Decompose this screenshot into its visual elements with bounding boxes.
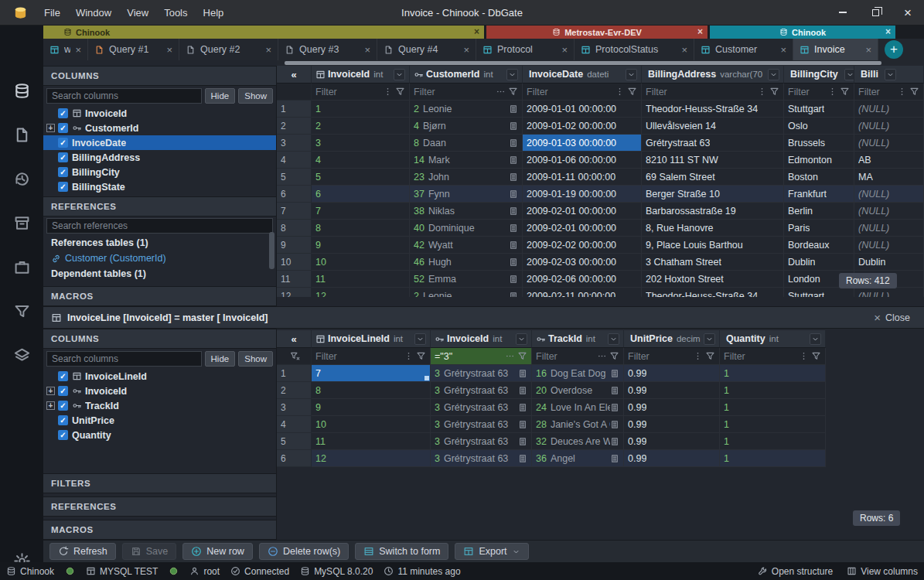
row-number[interactable]: 5 [277,433,312,450]
filters-section-header[interactable]: FILTERS [43,473,276,493]
filter-billingcity[interactable]: Filter [784,84,854,101]
group-close-icon[interactable]: × [885,26,891,39]
row-number[interactable]: 8 [277,220,312,237]
cell-customerid[interactable]: 2Leonie [410,288,523,297]
cell-billingaddress[interactable]: 202 Hoxton Street [642,271,784,288]
column-item-invoiceid[interactable]: ✓InvoiceId [43,106,276,121]
column-menu-button[interactable] [608,333,619,345]
cell-invoicedate[interactable]: 2009-02-02 00:00:00 [523,237,642,254]
cell-billingaddress[interactable]: 3 Chatham Street [642,254,784,271]
column-header-customerid[interactable]: CustomerIdint [410,66,523,84]
tab-close-icon[interactable]: × [364,44,370,56]
checkbox[interactable]: ✓ [58,123,68,133]
tab-customer[interactable]: Customer× [694,39,793,60]
column-header-invoicedate[interactable]: InvoiceDatedateti [523,66,642,84]
cell-billingaddress[interactable]: Berger Straße 10 [642,186,784,203]
detail-macros-section-header[interactable]: MACROS [43,520,276,540]
cell-invoiceid[interactable]: 3Grétrystraat 63 [431,399,532,416]
column-header-invoiceid[interactable]: InvoiceIdint [312,66,410,84]
status-open-structure[interactable]: Open structure [758,566,833,577]
cell-unitprice[interactable]: 0.99 [624,399,720,416]
row-number[interactable]: 6 [277,450,312,467]
cell-billingcity[interactable]: Oslo [784,118,854,135]
column-item-invoicedate[interactable]: ✓InvoiceDate [43,135,276,150]
cell-billingstate[interactable]: (NULL) [854,203,924,220]
row-number[interactable]: 1 [277,101,312,118]
column-header-invoicelineid[interactable]: InvoiceLineIdint [312,330,431,348]
tab-close-icon[interactable]: × [166,44,172,56]
panel-scrollbar-thumb[interactable] [269,232,274,269]
cell-billingstate[interactable]: (NULL) [854,237,924,254]
checkbox[interactable]: ✓ [58,401,68,411]
column-item-billingaddress[interactable]: ✓BillingAddress [43,150,276,165]
row-number[interactable]: 7 [277,203,312,220]
filter-invoicedate[interactable]: Filter [523,84,642,101]
tab-query-2[interactable]: Query #2× [179,39,278,60]
cell-billingcity[interactable]: Berlin [784,203,854,220]
tab-invoice[interactable]: Invoice× [793,39,878,60]
filter-invoicelineid[interactable]: Filter [312,348,431,365]
cell-invoicelineid[interactable]: 11 [312,433,431,450]
tab-wee[interactable]: wee× [43,39,88,60]
filter-billi[interactable]: Filter [854,84,924,101]
references-section-header[interactable]: REFERENCES [43,196,276,217]
cell-customerid[interactable]: 8Daan [410,135,523,152]
column-menu-button[interactable] [885,69,896,80]
minimize-button[interactable] [827,0,859,25]
column-menu-button[interactable] [516,333,527,345]
checkbox[interactable]: ✓ [58,138,68,148]
expand-icon[interactable]: + [46,387,55,395]
group-close-icon[interactable]: × [697,26,703,39]
cell-billingstate[interactable]: MA [854,169,924,186]
tab-close-icon[interactable]: × [681,44,687,56]
tab-protocolstatus[interactable]: ProtocolStatus× [575,39,694,60]
cell-billingcity[interactable]: Bordeaux [784,237,854,254]
show-button[interactable]: Show [238,88,273,104]
sidebar-filter-button[interactable] [13,302,31,320]
expand-icon[interactable]: + [46,124,55,132]
cell-customerid[interactable]: 14Mark [410,152,523,169]
menu-window[interactable]: Window [69,4,118,22]
column-menu-button[interactable] [626,69,637,80]
checkbox[interactable]: ✓ [58,108,68,118]
menu-tools[interactable]: Tools [157,4,194,22]
cell-trackid[interactable]: 28Janie's Got A Gun [532,416,624,433]
cell-customerid[interactable]: 38Niklas [410,203,523,220]
tab-close-icon[interactable]: × [865,44,871,56]
detail-columns-section-header[interactable]: COLUMNS [43,329,276,349]
cell-invoicedate[interactable]: 2009-01-01 00:00:00 [523,101,642,118]
status-mysql-test[interactable]: MYSQL TEST [86,566,158,577]
tab-close-icon[interactable]: × [463,44,469,56]
row-number[interactable]: 1 [277,365,312,382]
cell-billingstate[interactable]: (NULL) [854,118,924,135]
cell-customerid[interactable]: 52Emma [410,271,523,288]
cell-customerid[interactable]: 2Leonie [410,101,523,118]
columns-section-header[interactable]: COLUMNS [43,66,276,86]
detail-hide-button[interactable]: Hide [205,351,236,367]
row-number[interactable]: 2 [277,118,312,135]
cell-billingstate[interactable]: (NULL) [854,186,924,203]
reference-link-customer[interactable]: Customer (CustomerId) [43,251,276,266]
column-item-invoiceid[interactable]: +✓InvoiceId [43,384,276,398]
horizontal-scrollbar-thumb[interactable] [285,61,881,65]
detail-references-section-header[interactable]: REFERENCES [43,496,276,517]
tab-close-icon[interactable]: × [780,44,786,56]
cell-billingcity[interactable]: Brussels [784,135,854,152]
sidebar-briefcase-button[interactable] [13,258,31,276]
menu-file[interactable]: File [37,4,67,22]
cell-trackid[interactable]: 32Deuces Are Wild [532,433,624,450]
cell-invoicedate[interactable]: 2009-01-02 00:00:00 [523,118,642,135]
cell-invoiceid[interactable]: 3Grétrystraat 63 [431,382,532,399]
checkbox[interactable]: ✓ [58,430,68,440]
tab-group-chinook[interactable]: Chinook× [710,26,895,39]
cell-billingstate[interactable]: (NULL) [854,220,924,237]
detail-show-button[interactable]: Show [238,351,273,367]
detail-close-button[interactable]: × Close [874,312,916,323]
cell-invoiceid[interactable]: 10 [312,254,410,271]
row-number[interactable]: 9 [277,237,312,254]
cell-billingaddress[interactable]: Barbarossastraße 19 [642,203,784,220]
cell-trackid[interactable]: 24Love In An Elevator [532,399,624,416]
tab-protocol[interactable]: Protocol× [476,39,575,60]
sidebar-file-button[interactable] [13,126,31,144]
cell-quantity[interactable]: 1 [720,399,826,416]
